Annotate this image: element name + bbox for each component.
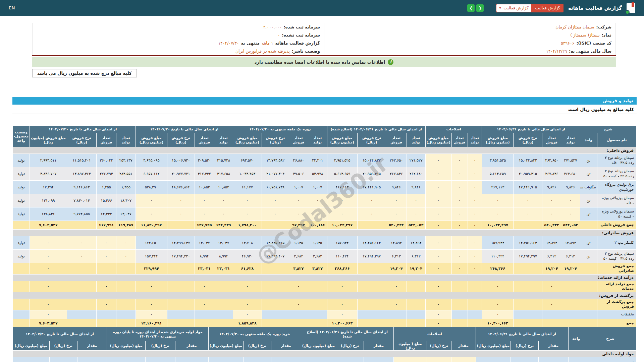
value-cell: ۲۵۳,۱۳۷ — [116, 154, 136, 167]
desc-header: شرح — [580, 126, 637, 133]
value-cell: ۰ — [97, 236, 116, 250]
value-cell — [386, 319, 407, 327]
status-cell — [13, 263, 30, 275]
table-row: برق تولیدي نیروگاه خورشیديمگاوات ساعت۹,۸… — [13, 181, 637, 194]
value-cell: ۰ — [233, 194, 262, 207]
table-row: جمع درآمد ارائه خدمات۰۰۰۰۰۰۰۰۰۰۰ — [13, 281, 637, 292]
info-value: سمتاز( سممتاز ) — [570, 33, 600, 38]
value-cell: ۰ — [167, 207, 195, 221]
previous-report-button[interactable]: ❮ — [467, 4, 475, 12]
value-cell: ۵,۶۱۳,۶۵۹ — [482, 167, 514, 181]
status-cell — [13, 299, 30, 310]
period-group-header: دوره یک ماهه منتهی به ۱۴۰۴/۰۷/۳۰ — [233, 126, 327, 133]
column-header: مبلغ فروش (میلیون ریال) — [136, 133, 167, 147]
value-cell: ۰ — [357, 194, 386, 207]
period-group-header: خرید دوره یک ماهه منتهی به ۱۴۰۴/۰۷/۳۰ — [208, 327, 301, 341]
column-header: تعداد تولید — [561, 133, 580, 147]
value-cell: ۳,۸۲۷ — [289, 263, 308, 275]
column-header: نرخ فروش (ریال) — [262, 133, 289, 147]
status-cell — [13, 310, 30, 319]
value-cell: ۴۶۷,۱۱۳ — [482, 181, 514, 194]
value-cell: ۱۵۷,۹۴۲ — [482, 236, 514, 250]
section-production-sales: تولید و فروش — [12, 97, 637, 105]
value-cell: ۱,۱۴۵ — [308, 236, 327, 250]
value-cell — [67, 263, 97, 275]
table-row: درآمد ارائه خدمات: — [13, 274, 637, 281]
value-cell: ۰ — [451, 194, 468, 207]
column-header: مبلغ (میلیون ریال) — [107, 341, 146, 351]
value-cell: ۱۰۰,۱۸۶ — [308, 221, 327, 230]
value-cell: ۱۱,۸۳۰,۴۹۷ — [136, 221, 167, 230]
column-header: مبلغ ( میلیون ریال) — [393, 341, 427, 351]
column-header: مبلغ (میلیون ریال) — [208, 341, 243, 351]
value-cell: ۱۵,۰۴۴,۸۳۲ — [514, 154, 542, 167]
column-header: نرخ (ریال) — [511, 341, 538, 351]
column-header: مبلغ (میلیون ریال) — [301, 341, 336, 351]
info-row: سال مالی منتهی به:۱۴۰۴/۱۲/۲۹وضعیت ناشر:پ… — [33, 47, 615, 55]
info-cell: گزارش فعالیت ماهانه۱ ماههمنتهی به۱۴۰۴/۰۷… — [33, 39, 324, 47]
value-cell — [407, 310, 425, 319]
value-cell: ۰ — [468, 194, 482, 207]
value-cell: ۰ — [30, 250, 67, 263]
period-group-header: از ابتدای سال مالی تا تاریخ ۱۴۰۴/۰۶/۳۱ (… — [327, 126, 425, 133]
column-header: مبلغ (میلیون ریال) — [476, 341, 511, 351]
value-cell — [289, 319, 308, 327]
value-cell: ۱,۰۰۴,۱۷۴ — [175, 357, 208, 362]
value-cell — [514, 319, 542, 327]
value-cell: ۱,۰۴۳,۴۵۳ — [233, 167, 262, 181]
value-cell: ۰ — [195, 281, 214, 292]
value-cell: ۰ — [425, 310, 451, 319]
column-header: تعداد تولید — [468, 133, 482, 147]
info-value: ۱ ماهه — [262, 41, 273, 46]
value-cell: ۰ — [262, 194, 289, 207]
table-row: جمع۱۰,۳۰۰,۶۶۳۰۱۰,۳۰۰,۶۶۳۱,۸۵۹,۸۲۸۱۲,۱۶۰,… — [13, 319, 637, 327]
value-cell: ۰ — [116, 236, 136, 250]
column-header: تعداد فروش — [451, 133, 468, 147]
value-cell: ۲۷۱,۲۹۹ — [49, 357, 77, 362]
status-cell: تولید — [13, 194, 30, 207]
report-icon[interactable] — [627, 3, 635, 13]
value-cell: ۰ — [542, 281, 561, 292]
value-cell — [407, 281, 425, 292]
column-header: تعداد فروش — [386, 133, 407, 147]
column-header: نرخ (ریال) — [243, 341, 271, 351]
column-header: تعداد فروش — [97, 133, 116, 147]
value-cell: ۳۰۹,۵۳۰ — [195, 154, 214, 167]
value-cell: ۵۴۴,۰۵۳ — [407, 221, 425, 230]
value-cell: ۱۲۱,۰۹۹ — [30, 194, 67, 207]
value-cell: ۱۰,۰۳۲,۲۹۷ — [482, 221, 514, 230]
value-cell: ۲۴۳,۷۱۳ — [13, 357, 50, 362]
value-cell: ۰ — [289, 299, 308, 310]
value-cell: ۱۹,۲۰۴ — [386, 263, 407, 275]
value-cell: ۱۸,۳۰۷ — [116, 194, 136, 207]
value-cell: ۰ — [289, 207, 308, 221]
language-toggle[interactable]: EN — [9, 5, 15, 10]
unit-cell: تن — [580, 236, 597, 250]
value-cell — [116, 299, 136, 310]
value-cell: ۱۵,۰۰۶,۹۳۰ — [167, 154, 195, 167]
report-dropdown-value-text: گزارش فعالیت — [503, 6, 528, 10]
value-cell: ۱۴,۷۰۸ — [233, 236, 262, 250]
value-cell: ۸,۹۹۴ — [214, 250, 233, 263]
value-cell: ۱۲۱,۰۵۸ — [271, 357, 301, 362]
next-report-button[interactable]: ❯ — [476, 4, 484, 12]
value-cell: ۰ — [327, 299, 357, 310]
report-type-dropdown[interactable]: گزارش فعالیت گزارش فعالیت ▾ — [496, 4, 563, 12]
section-label: درآمد ارائه خدمات: — [13, 274, 637, 281]
unit-cell — [580, 310, 597, 319]
value-cell: ۰ — [30, 281, 67, 292]
value-cell — [97, 310, 116, 319]
column-header: نرخ (ریال) — [49, 341, 77, 351]
table-row: آلوویومتن۸۸۳,۱۱۶۳۲۴,۸۶۲۲۸۶,۸۹۱۰۰۰۸۸۳,۱۱۶… — [13, 357, 637, 362]
unit-cell: تن — [580, 207, 597, 221]
value-cell — [262, 221, 289, 230]
value-cell — [407, 299, 425, 310]
table-row: سیمان پرتلند نوع ۲ رده ۴۲.۵ - کیسه ۵۰تن۲… — [13, 167, 637, 181]
bookmark-icon — [632, 2, 634, 7]
value-cell: ۰ — [97, 299, 116, 310]
value-cell: ۰ — [468, 263, 482, 275]
value-cell — [468, 319, 482, 327]
product-name-cell: سیمان پرتلند نوع ۲ رده ۴۲.۵ - کیسه ۵۰ — [597, 167, 636, 181]
value-cell — [167, 263, 195, 275]
value-cell: ۳,۹۵۱,۵۲۵ — [327, 154, 357, 167]
